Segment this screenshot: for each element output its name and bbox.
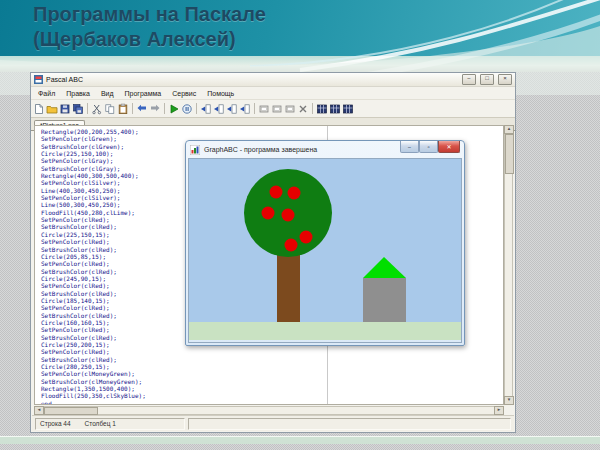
ide-maximize-button[interactable]: □ — [480, 74, 494, 85]
status-line-number: Строка 44 — [40, 420, 71, 427]
graphabc-canvas — [188, 158, 462, 343]
apple-circle — [282, 209, 295, 222]
scroll-left-arrow-icon[interactable]: ◄ — [34, 406, 44, 415]
ground-rect — [189, 322, 462, 340]
toolbar-separator — [312, 103, 313, 114]
apple-circle — [288, 187, 301, 200]
toolbar-separator — [87, 103, 88, 114]
slide-bottom-mint-band — [0, 436, 600, 444]
graphabc-close-button[interactable]: ✕ — [438, 141, 460, 153]
scroll-up-arrow-icon[interactable]: ▲ — [504, 125, 514, 134]
horizontal-scrollbar[interactable]: ◄ ► — [34, 406, 504, 415]
graphabc-minimize-button[interactable]: − — [400, 141, 419, 153]
toolbar-new-icon[interactable] — [33, 103, 45, 115]
toolbar-modules-icon[interactable] — [316, 103, 328, 115]
toolbar — [31, 99, 515, 118]
slide-mint-band — [0, 56, 600, 72]
ide-close-button[interactable]: × — [498, 74, 512, 85]
toolbar-stop-icon[interactable] — [297, 103, 309, 115]
toolbar-save-icon[interactable] — [59, 103, 71, 115]
toolbar-pause-icon[interactable] — [181, 103, 193, 115]
graphabc-window-buttons: − ▫ ✕ — [400, 141, 460, 153]
apple-circle — [285, 239, 298, 252]
ide-minimize-button[interactable]: − — [462, 74, 476, 85]
slide-title-line2: (Щербаков Алексей) — [33, 27, 266, 52]
vertical-scroll-thumb[interactable] — [505, 134, 514, 174]
sky-rect — [189, 159, 462, 340]
toolbar-separator — [196, 103, 197, 114]
menu-item-сервис[interactable]: Сервис — [172, 90, 196, 97]
house-rect — [363, 278, 406, 329]
status-bar: Строка 44 Столбец 1 — [32, 415, 514, 431]
toolbar-watch-icon[interactable] — [258, 103, 270, 115]
apple-circle — [262, 207, 275, 220]
pascalabc-titlebar[interactable]: Pascal ABC − □ × — [31, 73, 515, 87]
toolbar-cut-icon[interactable] — [91, 103, 103, 115]
graphabc-window: GraphABC - программа завершена − ▫ ✕ — [185, 140, 465, 346]
vertical-scrollbar[interactable]: ▲ ▼ — [504, 125, 513, 405]
status-column-number: Столбец 1 — [85, 420, 116, 427]
graphabc-window-icon — [190, 145, 200, 155]
menu-item-вид[interactable]: Вид — [101, 90, 114, 97]
toolbar-paste-icon[interactable] — [117, 103, 129, 115]
slide-title: Программы на Паскале (Щербаков Алексей) — [33, 2, 266, 52]
tree-trunk-rect — [277, 255, 300, 329]
menu-item-правка[interactable]: Правка — [66, 90, 90, 97]
scroll-right-arrow-icon[interactable]: ► — [494, 406, 504, 415]
status-message-panel — [188, 418, 511, 430]
toolbar-separator — [254, 103, 255, 114]
toolbar-undo-icon[interactable] — [136, 103, 148, 115]
toolbar-separator — [164, 103, 165, 114]
menu-item-файл[interactable]: Файл — [38, 90, 55, 97]
pascalabc-window-title: Pascal ABC — [46, 76, 458, 83]
pascalabc-window-icon — [34, 75, 43, 84]
toolbar-assembler-icon[interactable] — [329, 103, 341, 115]
toolbar-save-all-icon[interactable] — [72, 103, 84, 115]
apple-circle — [270, 186, 283, 199]
toolbar-open-icon[interactable] — [46, 103, 58, 115]
toolbar-step-over-icon[interactable] — [213, 103, 225, 115]
menu-bar: ФайлПравкаВидПрограммаСервисПомощь — [31, 87, 515, 99]
graphabc-window-title: GraphABC - программа завершена — [204, 146, 317, 153]
toolbar-step-into-icon[interactable] — [200, 103, 212, 115]
horizontal-scroll-thumb[interactable] — [44, 407, 98, 415]
toolbar-call-stack-icon[interactable] — [342, 103, 354, 115]
toolbar-run-to-cursor-icon[interactable] — [239, 103, 251, 115]
toolbar-redo-icon[interactable] — [149, 103, 161, 115]
graphabc-drawing — [189, 159, 462, 340]
apple-circle — [300, 231, 313, 244]
toolbar-run-icon[interactable] — [168, 103, 180, 115]
toolbar-separator — [132, 103, 133, 114]
menu-item-программа[interactable]: Программа — [125, 90, 162, 97]
slide-title-line1: Программы на Паскале — [33, 2, 266, 27]
graphabc-maximize-button[interactable]: ▫ — [419, 141, 438, 153]
status-position-panel: Строка 44 Столбец 1 — [35, 418, 185, 430]
menu-item-помощь[interactable]: Помощь — [207, 90, 234, 97]
toolbar-output-window-icon[interactable] — [271, 103, 283, 115]
toolbar-copy-icon[interactable] — [104, 103, 116, 115]
toolbar-step-out-icon[interactable] — [226, 103, 238, 115]
scroll-down-arrow-icon[interactable]: ▼ — [504, 396, 514, 405]
graphabc-titlebar[interactable]: GraphABC - программа завершена − ▫ ✕ — [186, 141, 464, 158]
toolbar-breakpoint-icon[interactable] — [284, 103, 296, 115]
